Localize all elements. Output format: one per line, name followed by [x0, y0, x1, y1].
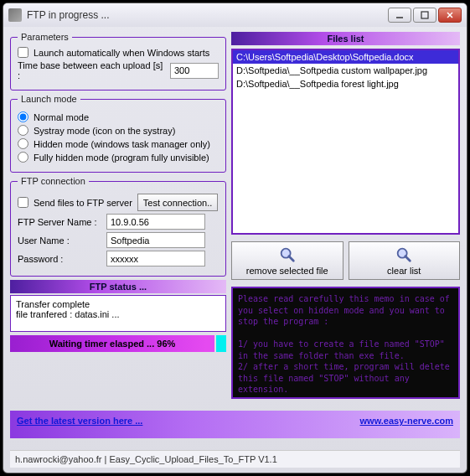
link-row: Get the latest version here ... www.easy…: [10, 411, 460, 437]
clear-list-label: clear list: [387, 266, 421, 276]
progress-bar: Waiting timer elasped ... 96%: [10, 335, 214, 352]
autolaunch-checkbox-row[interactable]: Launch automatically when Windows starts: [18, 47, 219, 58]
maximize-button[interactable]: [413, 8, 436, 23]
ftp-pass-input[interactable]: [106, 251, 205, 266]
ftp-connection-group: FTP connection Send files to FTP server …: [10, 176, 226, 277]
ftp-user-input[interactable]: [106, 232, 205, 248]
ftp-status-section: FTP status ... Transfer complete file tr…: [10, 280, 226, 352]
ftp-user-label: User Name :: [18, 235, 101, 246]
close-icon: [446, 11, 454, 19]
ftp-pass-label: Password :: [18, 254, 101, 264]
site-link[interactable]: www.easy-nerve.com: [360, 416, 453, 432]
lens-icon: [395, 246, 413, 264]
window-controls: [388, 8, 462, 23]
status-line-2: file tranfered : datas.ini ...: [16, 309, 220, 319]
radio-normal[interactable]: Normal mode: [18, 111, 219, 122]
send-files-label: Send files to FTP server: [34, 198, 132, 208]
ftp-send-row: Send files to FTP server Test connection…: [18, 194, 219, 211]
app-icon: [8, 8, 22, 22]
radio-systray-label: Systray mode (icon on the systray): [34, 126, 175, 136]
ftp-server-input[interactable]: [106, 214, 205, 230]
radio-fully-hidden-label: Fully hidden mode (program fully unvisib…: [34, 153, 209, 163]
progress-row: Waiting timer elasped ... 96%: [10, 335, 226, 352]
timebase-input[interactable]: [170, 63, 219, 79]
file-row[interactable]: C:\Users\Softpedia\Desktop\Softpedia.doc…: [233, 50, 458, 64]
app-window: FTP in progress ... Parameters Launch au…: [3, 3, 467, 473]
ftp-status-box: Transfer complete file tranfered : datas…: [10, 295, 226, 332]
right-column: Files list C:\Users\Softpedia\Desktop\So…: [231, 32, 460, 406]
radio-systray-input[interactable]: [18, 125, 28, 136]
ftp-pass-row: Password :: [18, 251, 219, 266]
remove-file-button[interactable]: remove selected file: [231, 241, 343, 280]
left-column: Parameters Launch automatically when Win…: [10, 32, 226, 406]
radio-normal-input[interactable]: [18, 111, 28, 122]
radio-normal-label: Normal mode: [34, 112, 89, 122]
files-listbox[interactable]: C:\Users\Softpedia\Desktop\Softpedia.doc…: [231, 49, 460, 235]
status-line-1: Transfer complete: [16, 299, 220, 309]
ftp-connection-legend: FTP connection: [18, 176, 89, 186]
radio-hidden-input[interactable]: [18, 138, 28, 149]
maximize-icon: [421, 11, 429, 19]
autolaunch-label: Launch automatically when Windows starts: [34, 48, 209, 58]
file-buttons-row: remove selected file clear list: [231, 241, 460, 280]
svg-line-5: [289, 256, 294, 261]
clear-list-button[interactable]: clear list: [349, 241, 461, 280]
timebase-label: Time base between each upload [s] :: [18, 60, 165, 80]
launch-mode-legend: Launch mode: [18, 94, 80, 104]
title-bar: FTP in progress ...: [3, 3, 467, 27]
radio-hidden-label: Hidden mode (windows task manager only): [34, 139, 210, 149]
send-files-checkbox-row[interactable]: Send files to FTP server: [18, 197, 132, 208]
minimize-button[interactable]: [388, 8, 411, 23]
files-list-header: Files list: [231, 32, 460, 45]
radio-fully-hidden[interactable]: Fully hidden mode (program fully unvisib…: [18, 152, 219, 163]
memo-box: Please read carefully this memo in case …: [231, 287, 460, 399]
lens-icon: [278, 246, 297, 264]
parameters-group: Parameters Launch automatically when Win…: [10, 32, 226, 91]
ftp-server-row: FTP Server Name :: [18, 214, 219, 230]
minimize-icon: [395, 11, 404, 19]
svg-rect-1: [421, 12, 428, 18]
svg-line-7: [405, 256, 411, 261]
test-connection-button[interactable]: Test connection..: [137, 194, 219, 211]
ftp-server-label: FTP Server Name :: [18, 217, 101, 227]
radio-hidden[interactable]: Hidden mode (windows task manager only): [18, 138, 219, 149]
file-row[interactable]: D:\Softpedia\__Softpedia custom wallpape…: [233, 64, 458, 77]
content-area: Parameters Launch automatically when Win…: [3, 27, 467, 473]
ftp-status-header: FTP status ...: [10, 280, 226, 293]
file-row[interactable]: D:\Softpedia\__Softpedia forest light.jp…: [233, 77, 458, 91]
radio-systray[interactable]: Systray mode (icon on the systray): [18, 125, 219, 136]
send-files-checkbox[interactable]: [18, 197, 28, 208]
launch-mode-group: Launch mode Normal mode Systray mode (ic…: [10, 94, 226, 173]
status-footer: h.nawrocki@yahoo.fr | Easy_Cyclic_Upload…: [10, 450, 460, 468]
progress-cap: [216, 335, 226, 352]
window-title: FTP in progress ...: [27, 9, 388, 21]
ftp-user-row: User Name :: [18, 232, 219, 248]
close-button[interactable]: [438, 8, 462, 23]
parameters-legend: Parameters: [18, 32, 72, 42]
radio-fully-hidden-input[interactable]: [18, 152, 28, 163]
latest-version-link[interactable]: Get the latest version here ...: [17, 416, 142, 432]
autolaunch-checkbox[interactable]: [18, 47, 28, 58]
timebase-row: Time base between each upload [s] :: [18, 60, 219, 80]
remove-file-label: remove selected file: [246, 266, 328, 276]
